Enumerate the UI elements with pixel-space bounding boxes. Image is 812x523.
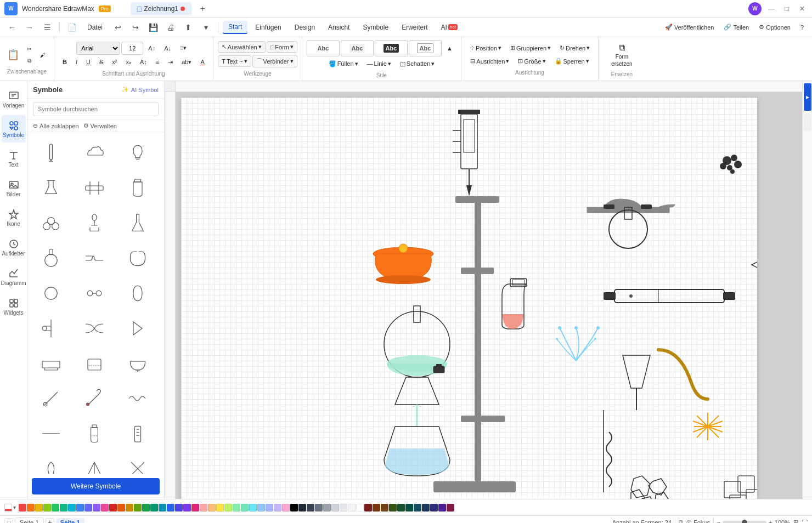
linie-button[interactable]: — Linie ▾: [363, 58, 395, 70]
gruppieren-button[interactable]: ⊞ Gruppieren ▾: [506, 42, 555, 54]
sidebar-item-aufkleber[interactable]: Aufkleber: [2, 234, 26, 261]
more-symbols-button[interactable]: Weitere Symbole: [32, 478, 160, 494]
case-button[interactable]: ab▾: [178, 56, 195, 68]
color-swatch-14[interactable]: [134, 504, 142, 511]
color-swatch-20[interactable]: [183, 504, 191, 511]
symbol-item-wave[interactable]: [119, 382, 157, 415]
menu-einfugen[interactable]: Einfügen: [250, 21, 286, 33]
sidebar-item-vorlagen[interactable]: Vorlagen: [2, 86, 26, 113]
color-swatch-3[interactable]: [43, 504, 51, 511]
focus-button[interactable]: ◎ Fokus: [686, 519, 710, 523]
color-swatch-7[interactable]: [76, 504, 84, 511]
color-swatch-21[interactable]: [191, 504, 199, 511]
sidebar-item-symbole[interactable]: Symbole: [2, 115, 26, 143]
color-swatch-9[interactable]: [93, 504, 100, 511]
form-ersetzen-button[interactable]: ⧉ Form ersetzen: [607, 41, 636, 69]
optionen-button[interactable]: ⚙Optionen: [755, 21, 794, 33]
canvas-drawing[interactable]: [181, 98, 757, 499]
save-button[interactable]: 💾: [145, 20, 161, 35]
minimize-button[interactable]: —: [766, 3, 777, 14]
superscript-button[interactable]: x²: [108, 56, 121, 67]
symbol-item-flask-row3a[interactable]: [32, 207, 70, 240]
color-palette-arrow[interactable]: ▾: [13, 504, 16, 510]
font-size-input[interactable]: [121, 42, 143, 55]
color-swatch-10[interactable]: [101, 504, 109, 511]
menu-ai[interactable]: AI hot: [435, 21, 463, 33]
symbol-item-tube[interactable]: [75, 382, 114, 415]
menu-datei[interactable]: Datei: [82, 21, 108, 33]
list-button[interactable]: ≡: [152, 56, 163, 67]
symbol-item-bottle[interactable]: [119, 172, 157, 204]
align-button[interactable]: ≡▾: [176, 42, 190, 54]
color-swatch-46[interactable]: [397, 504, 405, 511]
color-swatch-24[interactable]: [216, 504, 224, 511]
symbol-item-vial[interactable]: [119, 277, 157, 310]
indent-button[interactable]: ⇥: [164, 56, 177, 68]
fullscreen-button[interactable]: ⛶: [802, 519, 808, 524]
color-swatch-23[interactable]: [208, 504, 216, 511]
color-swatch-38[interactable]: [331, 504, 339, 511]
color-swatch-28[interactable]: [249, 504, 257, 511]
color-swatch-35[interactable]: [307, 504, 314, 511]
grobe-button[interactable]: ⊡ Größe ▾: [514, 55, 549, 67]
nav-back-button[interactable]: ←: [4, 20, 20, 35]
help-button[interactable]: ?: [797, 22, 808, 33]
color-swatch-47[interactable]: [405, 504, 413, 511]
text-dir-button[interactable]: A↕: [136, 56, 151, 67]
symbol-item-crossed-tools[interactable]: [119, 452, 157, 474]
color-swatch-18[interactable]: [167, 504, 174, 511]
menu-symbole[interactable]: Symbole: [357, 21, 394, 33]
zoom-in-button[interactable]: +: [769, 519, 772, 524]
page-view-button[interactable]: □: [4, 518, 13, 524]
color-swatch-31[interactable]: [274, 504, 281, 511]
symbol-item-dropper[interactable]: [32, 452, 70, 474]
symbol-item-tray[interactable]: [32, 347, 70, 380]
color-swatch-17[interactable]: [159, 504, 166, 511]
color-swatch-4[interactable]: [52, 504, 59, 511]
manage-button[interactable]: ⚙ Verwalten: [83, 122, 117, 129]
color-swatch-43[interactable]: [373, 504, 380, 511]
color-swatch-39[interactable]: [340, 504, 347, 511]
symbol-item-bowl[interactable]: [119, 347, 157, 380]
copy-button[interactable]: ⧉: [23, 55, 35, 66]
color-swatch-26[interactable]: [233, 504, 240, 511]
italic-button[interactable]: I: [72, 56, 81, 67]
zoom-out-button[interactable]: −: [717, 519, 720, 524]
undo-button[interactable]: ↩: [110, 20, 126, 35]
avatar[interactable]: W: [748, 2, 762, 15]
layers-button[interactable]: ⧉: [679, 519, 683, 523]
search-input[interactable]: [33, 102, 159, 116]
color-swatch-29[interactable]: [257, 504, 265, 511]
color-swatch-51[interactable]: [438, 504, 446, 511]
maximize-button[interactable]: □: [781, 3, 792, 14]
teilen-button[interactable]: 🔗Teilen: [720, 21, 753, 33]
color-swatch-15[interactable]: [142, 504, 150, 511]
color-swatch-19[interactable]: [175, 504, 183, 511]
sidebar-item-ikone[interactable]: Ikone: [2, 204, 26, 231]
symbol-item-small-bottle[interactable]: [75, 417, 114, 450]
symbol-item-connector[interactable]: [75, 312, 114, 345]
menu-ansicht[interactable]: Ansicht: [323, 21, 355, 33]
color-swatch-32[interactable]: [282, 504, 290, 511]
color-swatch-49[interactable]: [422, 504, 430, 511]
style-box-3[interactable]: Abc: [375, 40, 408, 56]
auswahlen-button[interactable]: ↖ Auswählen ▾: [218, 41, 266, 53]
font-inc-button[interactable]: A↑: [144, 43, 159, 54]
fill-color-indicator[interactable]: [4, 504, 12, 511]
color-swatch-33[interactable]: [290, 504, 298, 511]
symbol-item-horseshoe[interactable]: [119, 242, 157, 275]
zoom-slider[interactable]: [723, 521, 766, 524]
ausrichten-button[interactable]: ⊟ Ausrichten ▾: [466, 55, 513, 67]
style-scroll-up[interactable]: ▲: [443, 43, 456, 54]
color-swatch-52[interactable]: [447, 504, 454, 511]
menu-expand-button[interactable]: ☰: [40, 20, 55, 35]
page-tab[interactable]: Seite-1: [15, 518, 44, 524]
text-button[interactable]: T Text ~ ▾: [218, 55, 251, 67]
color-swatch-44[interactable]: [381, 504, 388, 511]
font-dec-button[interactable]: A↓: [160, 43, 175, 54]
sidebar-item-diagramm[interactable]: Diagramm: [2, 263, 26, 291]
color-swatch-40[interactable]: [348, 504, 356, 511]
ai-symbol-button[interactable]: ✨ AI Symbol: [121, 86, 159, 93]
font-color-button[interactable]: A: [197, 56, 208, 67]
tab-zeichnung1[interactable]: □ Zeichnung1: [131, 2, 191, 15]
